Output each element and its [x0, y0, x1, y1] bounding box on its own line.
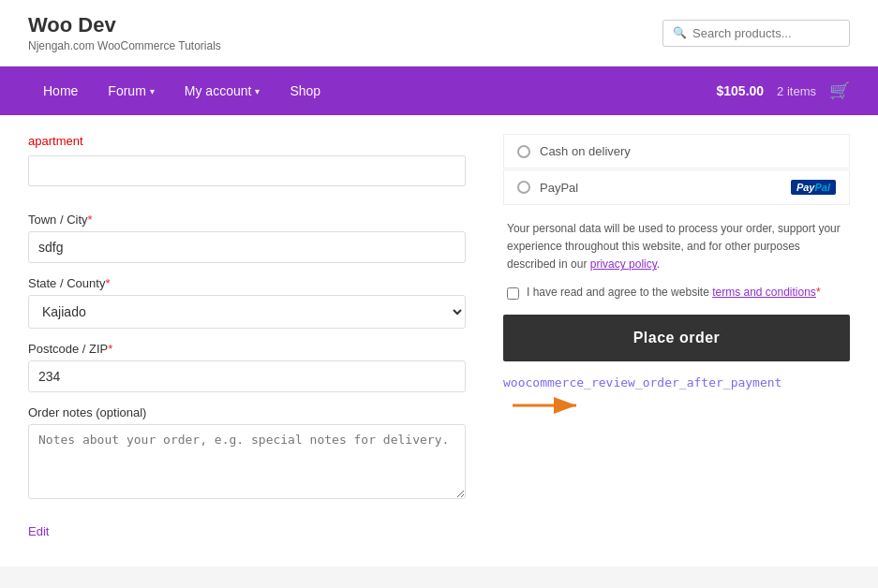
nav-home[interactable]: Home [28, 66, 93, 115]
forum-chevron-icon: ▾ [150, 86, 155, 96]
apartment-input[interactable] [28, 155, 466, 186]
postcode-input[interactable] [28, 360, 466, 392]
town-group: Town / City* [28, 213, 466, 263]
nav-my-account[interactable]: My account ▾ [170, 66, 275, 115]
hook-text: woocommerce_review_order_after_payment [503, 375, 850, 419]
nav-right: $105.00 2 items 🛒 [716, 81, 850, 101]
terms-link[interactable]: terms and conditions [712, 286, 816, 299]
state-required: * [105, 276, 110, 290]
town-required: * [88, 213, 93, 227]
nav-shop[interactable]: Shop [275, 66, 335, 115]
state-label: State / County* [28, 276, 466, 290]
nav-forum[interactable]: Forum ▾ [93, 66, 169, 115]
cod-option[interactable]: Cash on delivery [503, 134, 850, 169]
paypal-badge: PayPal [791, 180, 836, 195]
search-icon: 🔍 [673, 26, 687, 39]
site-nav: Home Forum ▾ My account ▾ Shop $105.00 2… [0, 66, 878, 115]
terms-required: * [816, 286, 821, 299]
privacy-policy-link[interactable]: privacy policy [590, 257, 657, 271]
cart-items-count: 2 items [777, 84, 816, 98]
search-input[interactable] [692, 26, 840, 40]
privacy-text: Your personal data will be used to proce… [503, 220, 850, 274]
cod-label: Cash on delivery [540, 144, 631, 158]
town-label: Town / City* [28, 213, 466, 227]
order-notes-label: Order notes (optional) [28, 405, 466, 419]
site-title: Woo Dev [28, 13, 221, 37]
cart-icon[interactable]: 🛒 [829, 81, 850, 101]
apartment-label: apartment [28, 134, 466, 148]
checkout-layout: apartment Town / City* State / County* K… [28, 134, 850, 538]
place-order-button[interactable]: Place order [503, 315, 850, 361]
site-branding: Woo Dev Njengah.com WooCommerce Tutorial… [28, 13, 221, 52]
postcode-label: Postcode / ZIP* [28, 342, 466, 356]
nav-left: Home Forum ▾ My account ▾ Shop [28, 66, 335, 115]
cart-total: $105.00 [716, 83, 764, 98]
billing-col: apartment Town / City* State / County* K… [28, 134, 466, 538]
paypal-radio[interactable] [517, 181, 530, 194]
search-box: 🔍 [662, 20, 850, 47]
terms-row: I have read and agree to the website ter… [503, 286, 850, 300]
postcode-required: * [108, 342, 112, 356]
edit-link[interactable]: Edit [28, 524, 49, 538]
site-header: Woo Dev Njengah.com WooCommerce Tutorial… [0, 0, 878, 66]
state-select[interactable]: Kajiado Nairobi Mombasa Kisumu [28, 295, 466, 329]
state-group: State / County* Kajiado Nairobi Mombasa … [28, 276, 466, 329]
apartment-group: apartment [28, 134, 466, 199]
payment-section: Cash on delivery PayPal PayPal [503, 134, 850, 205]
site-tagline: Njengah.com WooCommerce Tutorials [28, 39, 221, 52]
my-account-chevron-icon: ▾ [255, 86, 260, 96]
paypal-label: PayPal [540, 181, 578, 195]
order-notes-textarea[interactable] [28, 424, 466, 499]
main-content: apartment Town / City* State / County* K… [0, 115, 878, 566]
arrow-icon [509, 391, 584, 419]
town-input[interactable] [28, 231, 466, 263]
cod-radio[interactable] [517, 145, 530, 158]
hook-section: woocommerce_review_order_after_payment [503, 375, 850, 419]
paypal-option[interactable]: PayPal PayPal [503, 169, 850, 205]
postcode-group: Postcode / ZIP* [28, 342, 466, 392]
terms-checkbox[interactable] [507, 287, 519, 300]
order-notes-group: Order notes (optional) [28, 405, 466, 502]
terms-text: I have read and agree to the website ter… [527, 286, 821, 299]
order-col: Cash on delivery PayPal PayPal Your pers… [503, 134, 850, 419]
